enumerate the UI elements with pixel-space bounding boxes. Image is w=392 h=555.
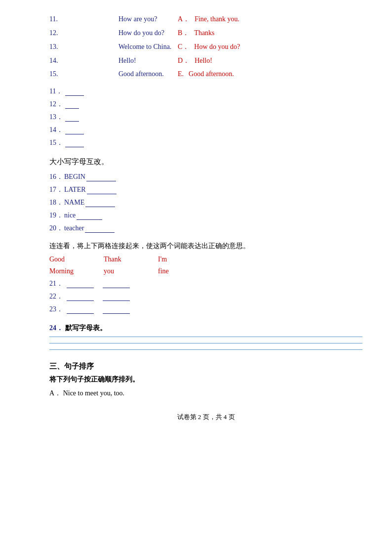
question-11-row: 11. How are you? A． Fine, thank you. <box>49 15 362 24</box>
dictation-line-1 <box>49 337 362 337</box>
blank-14-num: 14． <box>49 126 64 134</box>
pair-22-num: 22． <box>49 292 67 301</box>
blank-15-line <box>65 139 84 147</box>
liankan-word-thank: Thank <box>104 256 138 263</box>
question-15-body: Good afternoon. <box>118 70 173 78</box>
pair-23: 23． <box>49 305 362 314</box>
pair-23-blank2 <box>103 305 130 314</box>
section3-item-A: A． Nice to meet you, too. <box>49 389 362 398</box>
footer-text: 试卷第 2 页，共 4 页 <box>177 413 235 421</box>
pair-21-num: 21． <box>49 279 67 288</box>
answer-C-letter: C． <box>178 43 189 51</box>
blank-12-num: 12． <box>49 100 64 109</box>
case-16-text: BEGIN <box>64 173 85 181</box>
case-20: 20． teacher <box>49 224 362 233</box>
liankan-section: 连连看，将上下两格连接起来，使这两个词能表达出正确的意思。 Good Thank… <box>49 242 362 314</box>
answer-D-text: Hello! <box>195 57 212 65</box>
case-19-text: nice <box>64 212 76 219</box>
question-13-body: Welcome to China. <box>118 43 173 51</box>
section3-item-A-letter: A． <box>49 389 61 397</box>
blank-14-line <box>65 126 84 134</box>
question-13-text: 13. <box>49 43 114 51</box>
liankan-word-fine: fine <box>158 267 193 275</box>
question-14-row: 14. Hello! D． Hello! <box>49 56 362 65</box>
pair-21-blank1 <box>67 280 94 288</box>
pair-23-num: 23． <box>49 305 67 314</box>
blank-11: 11． <box>49 87 362 96</box>
answer-C-text: How do you do? <box>194 43 240 51</box>
dictation-line-2 <box>49 343 362 343</box>
case-20-text: teacher <box>64 224 84 232</box>
pair-22-blank1 <box>67 293 94 301</box>
pair-21-blanks <box>67 280 130 288</box>
case-18: 18． NAME <box>49 198 362 207</box>
question-13-row: 13. Welcome to China. C． How do you do? <box>49 43 362 51</box>
case-17-line <box>87 186 117 194</box>
blank-13-line <box>65 113 79 122</box>
case-19-line <box>77 212 102 220</box>
pair-23-blank1 <box>67 305 94 314</box>
question-15-text: 15. <box>49 70 114 78</box>
blank-13-num: 13． <box>49 113 64 122</box>
fill-blanks-section: 11． 12． 13． 14． 15． <box>49 87 362 147</box>
answer-E-text: Good afternoon. <box>189 70 234 78</box>
pair-22: 22． <box>49 292 362 301</box>
blank-12-line <box>65 100 79 109</box>
answer-E-letter: E. <box>178 70 184 78</box>
liankan-word-morning: Morning <box>49 267 84 275</box>
dictation-line-3 <box>49 349 362 350</box>
case-section: 大小写字母互改。 16． BEGIN 17． LATER 18． NAME 19… <box>49 157 362 233</box>
case-17: 17． LATER <box>49 185 362 194</box>
blank-15: 15． <box>49 138 362 147</box>
liankan-instruction: 连连看，将上下两格连接起来，使这两个词能表达出正确的意思。 <box>49 242 362 251</box>
pair-22-blank2 <box>103 293 130 301</box>
liankan-word-good: Good <box>49 256 84 263</box>
liankan-word-you: you <box>104 267 138 275</box>
case-18-num: 18． <box>49 198 64 207</box>
dictation-section: 24． 默写字母表。 <box>49 324 362 350</box>
question-14-body: Hello! <box>118 57 173 65</box>
dictation-bold-text: 默写字母表。 <box>65 324 107 332</box>
dictation-lines <box>49 337 362 350</box>
case-section-title: 大小写字母互改。 <box>49 157 362 167</box>
question-12-body: How do you do? <box>118 29 173 37</box>
answer-A-letter: A． <box>178 15 190 24</box>
case-16: 16． BEGIN <box>49 172 362 181</box>
case-18-line <box>85 199 115 207</box>
blank-14: 14． <box>49 126 362 134</box>
answer-D-letter: D． <box>178 56 190 65</box>
section3-sub: 将下列句子按正确顺序排列。 <box>49 375 362 384</box>
case-20-num: 20． <box>49 224 64 233</box>
blank-12: 12． <box>49 100 362 109</box>
case-18-text: NAME <box>64 199 84 207</box>
question-12-text: 12. <box>49 29 114 37</box>
case-20-line <box>85 224 115 233</box>
question-11-text: 11. <box>49 15 114 23</box>
answer-B-letter: B． <box>178 29 189 38</box>
page-footer: 试卷第 2 页，共 4 页 <box>49 413 362 422</box>
blank-11-line <box>65 87 84 96</box>
blank-15-num: 15． <box>49 138 64 147</box>
case-19: 19． nice <box>49 211 362 220</box>
question-15-row: 15. Good afternoon. E. Good afternoon. <box>49 70 362 78</box>
case-17-text: LATER <box>64 186 86 194</box>
question-14-text: 14. <box>49 57 114 65</box>
case-17-num: 17． <box>49 185 64 194</box>
liankan-row1: Good Thank I'm <box>49 256 362 263</box>
case-19-num: 19． <box>49 211 64 220</box>
blank-11-num: 11． <box>49 87 64 96</box>
question-12-row: 12. How do you do? B． Thanks <box>49 29 362 38</box>
answer-A-text: Fine, thank you. <box>195 15 239 23</box>
pair-22-blanks <box>67 293 130 301</box>
pair-21-blank2 <box>103 280 130 288</box>
dictation-title: 24． 默写字母表。 <box>49 324 362 333</box>
pair-21: 21． <box>49 279 362 288</box>
case-16-num: 16． <box>49 172 64 181</box>
section3: 三、句子排序 将下列句子按正确顺序排列。 A． Nice to meet you… <box>49 362 362 398</box>
section3-item-A-text: Nice to meet you, too. <box>63 389 124 397</box>
liankan-word-im: I'm <box>158 256 193 263</box>
matching-questions-section: 11. How are you? A． Fine, thank you. 12.… <box>49 15 362 78</box>
section3-title: 三、句子排序 <box>49 362 362 371</box>
question-11-body: How are you? <box>118 15 173 23</box>
liankan-row2: Morning you fine <box>49 267 362 275</box>
